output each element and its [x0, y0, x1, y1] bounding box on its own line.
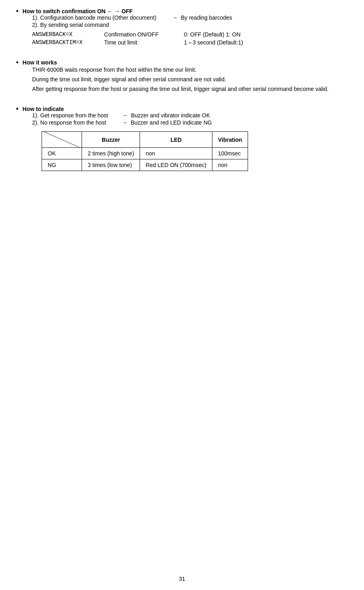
switch-step-1-text: 1). Configuration barcode menu (Other do…: [32, 14, 156, 21]
config-desc-2: Time out limit: [104, 39, 168, 46]
section-switch-confirmation: • How to switch confirmation ON ← → OFF …: [16, 8, 348, 48]
indicate-step-1-continuation: Buzzer and vibrator indicate OK: [131, 112, 210, 119]
config-val-1: 0: OFF (Default) 1: ON: [176, 31, 240, 38]
table-cell-ok-status: OK: [42, 148, 82, 159]
config-val-2: 1～3 second (Default:1): [176, 39, 243, 46]
section-body-3: 1). Get response from the host → Buzzer …: [32, 112, 348, 171]
arrow-icon-3: →: [110, 119, 128, 126]
bullet-dot-3: •: [16, 105, 18, 113]
switch-row-1: 1). Configuration barcode menu (Other do…: [32, 14, 243, 21]
indicate-row-1: 1). Get response from the host → Buzzer …: [32, 112, 348, 119]
indicate-table: Buzzer LED Vibration OK 2 times (high to…: [42, 131, 248, 171]
indicate-step-2-continuation: Buzzer and red LED indicate NG: [131, 119, 212, 126]
table-cell-ok-buzzer: 2 times (high tone): [82, 148, 140, 159]
section-how-to-indicate: • How to indicate 1). Get response from …: [16, 106, 348, 171]
switch-step-2-text: 2). By sending serial command: [32, 22, 109, 28]
config-key-2: ANSWERBACKTIM=X: [32, 39, 104, 46]
table-cell-ng-vibration: non: [212, 159, 248, 171]
bullet-item-1: • How to switch confirmation ON ← → OFF …: [16, 8, 348, 48]
switch-row-2: 2). By sending serial command: [32, 22, 243, 28]
section-how-it-works: • How it works THIR-6000B waits response…: [16, 59, 348, 95]
how-it-works-para-2: During the time out limit, trigger signa…: [32, 75, 328, 84]
section-body-2: THIR-6000B waits response from the host …: [32, 66, 328, 93]
table-cell-ok-led: non: [140, 148, 212, 159]
switch-step-1-continuation: By reading barcodes: [181, 14, 232, 21]
indicate-step-2-text: 2). No response from the host: [32, 119, 106, 126]
arrow-icon-1: →: [160, 14, 178, 21]
config-key-1: ANSWERBACK=X: [32, 31, 104, 38]
table-cell-ng-led: Red LED ON (700msec): [140, 159, 212, 171]
table-cell-ng-status: NG: [42, 159, 82, 171]
indicate-step-1-text: 1). Get response from the host: [32, 112, 108, 119]
table-cell-ok-vibration: 100msec: [212, 148, 248, 159]
bullet-item-3: • How to indicate 1). Get response from …: [16, 106, 348, 171]
table-row-ng: NG 3 times (low tone) Red LED ON (700mse…: [42, 159, 248, 171]
section-body-1: 1). Configuration barcode menu (Other do…: [32, 14, 243, 28]
bullet-dot-1: •: [16, 7, 18, 16]
table-header-vibration: Vibration: [212, 132, 248, 148]
corner-diagonal-line: [42, 132, 82, 147]
bullet-dot-2: •: [16, 58, 18, 67]
bullet-item-2: • How it works THIR-6000B waits response…: [16, 59, 348, 95]
how-it-works-para-1: THIR-6000B waits response from the host …: [32, 66, 328, 74]
how-it-works-para-3: After getting response from the host or …: [32, 85, 328, 93]
arrow-icon-2: →: [111, 112, 128, 119]
table-corner-cell: [42, 132, 82, 148]
config-row-2: ANSWERBACKTIM=X Time out limit 1～3 secon…: [32, 39, 243, 46]
page-number: 31: [179, 576, 185, 582]
config-table: ANSWERBACK=X Confirmation ON/OFF 0: OFF …: [32, 31, 243, 46]
table-header-buzzer: Buzzer: [82, 132, 140, 148]
section-title-1: How to switch confirmation ON ← → OFF: [22, 8, 243, 14]
section-title-3: How to indicate: [22, 106, 348, 112]
table-header-led: LED: [140, 132, 212, 148]
config-desc-1: Confirmation ON/OFF: [104, 31, 168, 38]
page-content: • How to switch confirmation ON ← → OFF …: [16, 8, 348, 171]
config-row-1: ANSWERBACK=X Confirmation ON/OFF 0: OFF …: [32, 31, 243, 38]
table-cell-ng-buzzer: 3 times (low tone): [82, 159, 140, 171]
indicate-row-2: 2). No response from the host → Buzzer a…: [32, 119, 348, 126]
table-row-ok: OK 2 times (high tone) non 100msec: [42, 148, 248, 159]
svg-line-0: [44, 132, 80, 147]
section-title-2: How it works: [22, 59, 328, 66]
